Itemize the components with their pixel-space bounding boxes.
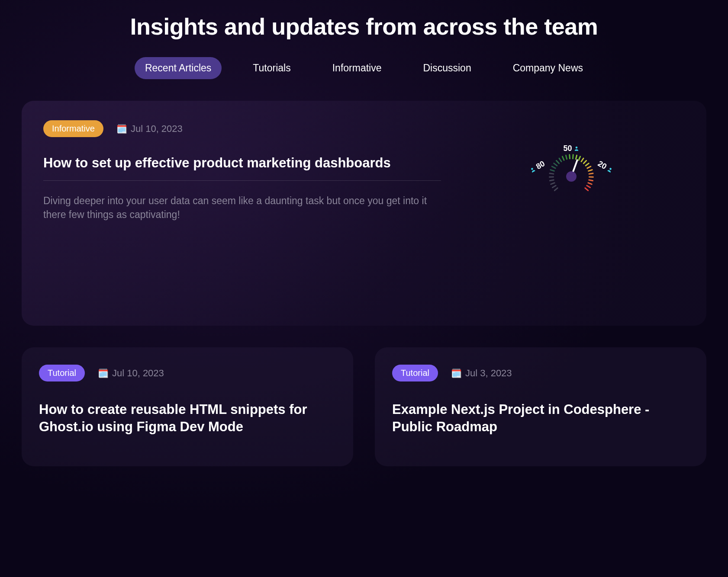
article-card[interactable]: Tutorial 🗓️ Jul 10, 2023 How to create r… xyxy=(22,347,353,466)
tabs-nav: Recent Articles Tutorials Informative Di… xyxy=(22,57,706,79)
tab-recent-articles[interactable]: Recent Articles xyxy=(135,57,222,79)
tab-company-news[interactable]: Company News xyxy=(503,57,593,79)
category-badge: Tutorial xyxy=(392,365,438,381)
date-wrap: 🗓️ Jul 10, 2023 xyxy=(116,123,183,135)
calendar-icon: 🗓️ xyxy=(116,124,127,134)
gauge-graphic: 80 50 20 xyxy=(524,133,619,211)
svg-point-0 xyxy=(531,167,533,170)
calendar-icon: 🗓️ xyxy=(451,368,462,378)
article-card[interactable]: Tutorial 🗓️ Jul 3, 2023 Example Next.js … xyxy=(375,347,706,466)
category-badge: Tutorial xyxy=(39,365,85,381)
tab-tutorials[interactable]: Tutorials xyxy=(242,57,301,79)
calendar-icon: 🗓️ xyxy=(98,368,109,378)
article-date: Jul 10, 2023 xyxy=(131,123,183,135)
featured-image: 80 50 20 xyxy=(458,120,685,306)
svg-point-2 xyxy=(609,167,612,170)
page-title: Insights and updates from across the tea… xyxy=(22,13,706,40)
article-date: Jul 10, 2023 xyxy=(112,368,164,379)
article-excerpt: Diving deeper into your user data can se… xyxy=(43,194,441,221)
category-badge: Informative xyxy=(43,120,103,137)
article-grid: Tutorial 🗓️ Jul 10, 2023 How to create r… xyxy=(22,347,706,466)
card-meta: Informative 🗓️ Jul 10, 2023 xyxy=(43,120,441,137)
featured-content: Informative 🗓️ Jul 10, 2023 How to set u… xyxy=(43,120,441,306)
card-meta: Tutorial 🗓️ Jul 10, 2023 xyxy=(39,365,336,381)
article-title: How to create reusable HTML snippets for… xyxy=(39,401,336,436)
featured-article-card[interactable]: Informative 🗓️ Jul 10, 2023 How to set u… xyxy=(22,101,706,326)
person-icon xyxy=(606,166,614,174)
person-icon xyxy=(528,166,537,174)
tab-discussion[interactable]: Discussion xyxy=(412,57,481,79)
card-meta: Tutorial 🗓️ Jul 3, 2023 xyxy=(392,365,689,381)
article-title: Example Next.js Project in Codesphere - … xyxy=(392,401,689,436)
article-title: How to set up effective product marketin… xyxy=(43,154,441,181)
date-wrap: 🗓️ Jul 10, 2023 xyxy=(98,368,164,379)
tab-informative[interactable]: Informative xyxy=(322,57,392,79)
gauge-hub xyxy=(566,171,577,182)
date-wrap: 🗓️ Jul 3, 2023 xyxy=(451,368,512,379)
article-date: Jul 3, 2023 xyxy=(465,368,512,379)
